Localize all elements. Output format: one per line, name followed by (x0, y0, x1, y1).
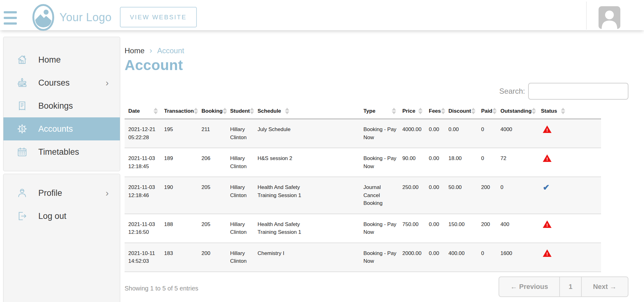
col-header-status[interactable]: Status (537, 104, 601, 119)
chevron-right-icon: › (106, 188, 109, 198)
cell-status: ✔ (537, 177, 601, 214)
cell-outstanding: 0 (497, 177, 537, 214)
cell-status: ! (537, 243, 601, 272)
bookings-icon (17, 100, 28, 111)
cell-student: Hillary Clinton (226, 119, 254, 148)
sort-icon (471, 108, 476, 114)
cell-schedule: Chemistry I (254, 243, 360, 272)
cell-transaction: 183 (160, 243, 198, 272)
search-input[interactable] (528, 83, 628, 100)
col-header-price[interactable]: Price (399, 104, 425, 119)
cell-status: ! (537, 148, 601, 177)
sidebar-item-accounts[interactable]: $ Accounts (3, 117, 120, 140)
sidebar-item-timetables[interactable]: Timetables (3, 140, 120, 163)
cell-paid: 0 (477, 148, 497, 177)
cell-date: 2021-12-21 05:22:28 (125, 119, 160, 148)
col-header-schedule[interactable]: Schedule (254, 104, 360, 119)
logo[interactable]: Your Logo (32, 4, 111, 31)
cell-discount: 50.00 (445, 177, 477, 214)
sidebar-item-label: Profile (38, 188, 62, 198)
cell-discount: 0.00 (445, 119, 477, 148)
table-body: 2021-12-21 05:22:28195211Hillary Clinton… (125, 119, 601, 272)
page-number-button[interactable]: 1 (559, 277, 582, 296)
col-header-date[interactable]: Date (125, 104, 160, 119)
sidebar-item-label: Bookings (38, 101, 73, 111)
warning-icon: ! (543, 249, 552, 257)
previous-page-button[interactable]: ← Previous (499, 277, 559, 296)
col-label: Student (230, 108, 250, 114)
sidebar-item-label: Home (38, 55, 61, 65)
cell-date: 2021-11-03 12:16:50 (125, 214, 160, 243)
col-header-discount[interactable]: Discount (445, 104, 477, 119)
sidebar-item-label: Log out (38, 211, 66, 221)
cell-date: 2021-11-03 12:18:46 (125, 177, 160, 214)
sidebar-main-panel: Home Courses › Bookings $ Accounts (3, 37, 120, 171)
col-label: Schedule (258, 108, 281, 114)
cell-student: Hillary Clinton (226, 214, 254, 243)
search-label: Search: (499, 87, 525, 96)
warning-icon: ! (543, 125, 552, 133)
cell-status: ! (537, 119, 601, 148)
cell-transaction: 189 (160, 148, 198, 177)
cell-price: 90.00 (399, 148, 425, 177)
col-header-booking[interactable]: Booking (198, 104, 226, 119)
col-header-fees[interactable]: Fees (425, 104, 445, 119)
sidebar-item-label: Accounts (38, 124, 73, 134)
sort-icon (392, 108, 397, 114)
sidebar-item-home[interactable]: Home (3, 48, 120, 71)
cell-fees: 0.00 (425, 148, 445, 177)
table-row: 2021-11-03 12:16:50188205Hillary Clinton… (125, 214, 601, 243)
cell-fees: 0.00 (425, 119, 445, 148)
col-header-paid[interactable]: Paid (477, 104, 497, 119)
cell-schedule: July Schedule (254, 119, 360, 148)
col-header-student[interactable]: Student (226, 104, 254, 119)
cell-price: 2000.00 (399, 243, 425, 272)
header-divider (586, 2, 587, 30)
table-footer: Showing 1 to 5 of 5 entries ← Previous 1… (125, 276, 628, 297)
view-website-button[interactable]: VIEW WEBSITE (120, 7, 197, 27)
cell-paid: 0 (477, 119, 497, 148)
user-avatar[interactable] (599, 6, 620, 29)
col-label: Booking (201, 108, 223, 114)
cell-student: Hillary Clinton (226, 243, 254, 272)
col-label: Outstanding (500, 108, 532, 114)
next-page-button[interactable]: Next → (582, 277, 628, 296)
cell-discount: 18.00 (445, 148, 477, 177)
cell-price: 250.00 (399, 177, 425, 214)
entries-summary: Showing 1 to 5 of 5 entries (125, 285, 198, 292)
home-icon (17, 54, 28, 65)
main-content: Home › Account Account Search: Date Tran… (125, 30, 628, 297)
warning-icon: ! (543, 154, 552, 162)
sort-icon (154, 108, 159, 114)
cell-paid: 200 (477, 214, 497, 243)
avatar-person-icon (599, 6, 620, 29)
sidebar-item-courses[interactable]: Courses › (3, 71, 120, 94)
col-header-transaction[interactable]: Transaction (160, 104, 198, 119)
sidebar-secondary-panel: Profile › Log out (3, 174, 120, 302)
sort-icon (441, 108, 446, 114)
cell-type: Booking - Pay Now (360, 243, 399, 272)
col-header-outstanding[interactable]: Outstanding (497, 104, 537, 119)
breadcrumb: Home › Account (125, 46, 628, 55)
cell-student: Hillary Clinton (226, 148, 254, 177)
cell-booking: 205 (198, 214, 226, 243)
sidebar-item-profile[interactable]: Profile › (3, 182, 120, 205)
col-label: Price (402, 108, 415, 114)
col-label: Fees (429, 108, 441, 114)
sort-icon (285, 108, 290, 114)
col-header-type[interactable]: Type (360, 104, 399, 119)
cell-type: Journal Cancel Booking (360, 177, 399, 214)
sort-icon (532, 108, 537, 114)
sidebar-item-logout[interactable]: Log out (3, 205, 120, 228)
hamburger-menu-icon[interactable] (4, 11, 17, 26)
cell-date: 2021-10-11 14:52:03 (125, 243, 160, 272)
cell-discount: 400.00 (445, 243, 477, 272)
sidebar-item-label: Courses (38, 78, 70, 88)
sidebar-item-bookings[interactable]: Bookings (3, 94, 120, 117)
warning-icon: ! (543, 220, 552, 228)
breadcrumb-home-link[interactable]: Home (125, 46, 144, 55)
breadcrumb-separator-icon: › (149, 46, 152, 55)
col-label: Transaction (164, 108, 194, 114)
page-title: Account (125, 57, 628, 73)
col-label: Discount (448, 108, 471, 114)
